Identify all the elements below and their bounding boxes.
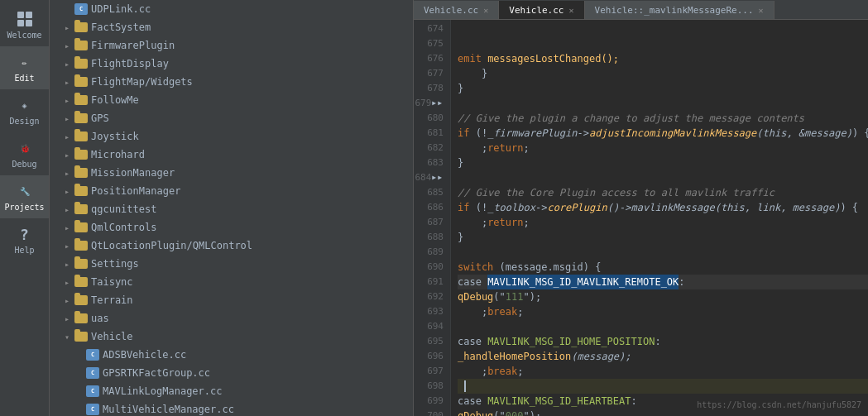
sidebar-label-edit: Edit bbox=[14, 74, 34, 83]
code-line-674[interactable]: emit messagesLostChanged(); bbox=[458, 51, 868, 66]
tree-item-vehicle[interactable]: ▾Vehicle bbox=[50, 328, 413, 346]
tree-item-gpsrtk[interactable]: CGPSRTKFactGroup.cc bbox=[50, 364, 413, 382]
line-num-696: 696 bbox=[414, 349, 444, 364]
folder-icon-joystick bbox=[74, 131, 88, 141]
edit-icon: ✏️ bbox=[16, 53, 34, 71]
line-num-682: 682 bbox=[414, 141, 444, 155]
code-line-688[interactable]: switch (message.msgid) { bbox=[458, 260, 868, 275]
tree-item-firmware[interactable]: ▸FirmwarePlugin bbox=[50, 36, 413, 55]
tree-item-joystick[interactable]: ▸Joystick bbox=[50, 127, 413, 146]
file-icon-multi: C bbox=[86, 404, 99, 415]
tree-item-mission[interactable]: ▸MissionManager bbox=[50, 164, 413, 182]
tree-label-position: PositionManager bbox=[91, 185, 413, 197]
tree-item-qt[interactable]: ▸QtLocationPlugin/QMLControl bbox=[50, 237, 413, 255]
code-line-687[interactable] bbox=[458, 245, 868, 260]
sidebar-item-debug[interactable]: 🐞 Debug bbox=[0, 132, 49, 175]
line-num-686: 686 bbox=[414, 200, 444, 215]
tree-item-fact[interactable]: ▸FactSystem bbox=[50, 18, 413, 36]
tree-arrow-qt: ▸ bbox=[61, 240, 73, 251]
tab-close-vehiclecc2[interactable]: ✕ bbox=[569, 6, 574, 15]
code-line-693[interactable]: case MAVLINK_MSG_ID_HOME_POSITION: bbox=[458, 334, 868, 349]
tree-arrow-mission: ▸ bbox=[61, 167, 73, 179]
tree-item-multi[interactable]: CMultiVehicleManager.cc bbox=[50, 400, 413, 416]
sidebar-item-welcome[interactable]: Welcome bbox=[0, 3, 49, 46]
tree-arrow-settings: ▸ bbox=[61, 258, 73, 270]
sidebar-item-projects[interactable]: 🔧 Projects bbox=[0, 175, 49, 218]
code-line-686[interactable]: } bbox=[458, 230, 868, 245]
projects-icon: 🔧 bbox=[16, 182, 34, 200]
tree-arrow-flightmap: ▸ bbox=[61, 76, 73, 88]
tree-item-qml[interactable]: ▸QmlControls bbox=[50, 218, 413, 237]
code-line-681[interactable]: } bbox=[458, 155, 868, 170]
line-num-688: 688 bbox=[414, 230, 444, 245]
line-num-681: 681 bbox=[414, 126, 444, 141]
sidebar-label-design: Design bbox=[9, 117, 39, 126]
code-line-690[interactable]: qDebug("111"); bbox=[458, 289, 868, 304]
code-line-697[interactable]: case MAVLINK_MSG_ID_HEARTBEAT: bbox=[458, 394, 868, 409]
folder-icon-firmware bbox=[74, 41, 88, 50]
line-num-699: 699 bbox=[414, 394, 444, 409]
code-line-676[interactable]: } bbox=[458, 81, 868, 96]
editor-tab-vehiclecc[interactable]: Vehicle.cc✕ bbox=[414, 1, 499, 19]
code-line-684[interactable]: if (!_toolbox->corePlugin()->mavlinkMess… bbox=[458, 200, 868, 215]
tree-item-qgc[interactable]: ▸qgcunittest bbox=[50, 200, 413, 218]
line-num-674: 674 bbox=[414, 22, 444, 36]
code-line-677[interactable] bbox=[458, 96, 868, 111]
code-line-678[interactable]: // Give the plugin a change to adjust th… bbox=[458, 111, 868, 126]
sidebar-item-edit[interactable]: ✏️ Edit bbox=[0, 46, 49, 89]
tree-label-qml: QmlControls bbox=[91, 222, 413, 233]
tree-item-microhard[interactable]: ▸Microhard bbox=[50, 146, 413, 164]
line-num-690: 690 bbox=[414, 260, 444, 275]
code-line-694[interactable]: _handleHomePosition(message); bbox=[458, 349, 868, 364]
tree-item-flight[interactable]: ▸FlightDisplay bbox=[50, 55, 413, 73]
folder-icon-microhard bbox=[74, 150, 88, 160]
code-line-680[interactable]: ;return; bbox=[458, 141, 868, 155]
tree-item-mavlink[interactable]: CMAVLinkLogManager.cc bbox=[50, 382, 413, 400]
code-line-696[interactable] bbox=[458, 379, 868, 394]
code-line-698[interactable]: qDebug("000"); bbox=[458, 409, 868, 416]
line-num-697: 697 bbox=[414, 364, 444, 379]
tree-item-udp[interactable]: CUDPLink.cc bbox=[50, 0, 413, 18]
sidebar-label-projects: Projects bbox=[4, 203, 44, 212]
tree-item-settings[interactable]: ▸Settings bbox=[50, 255, 413, 273]
line-num-695: 695 bbox=[414, 334, 444, 349]
file-icon-udp: C bbox=[74, 3, 88, 15]
folder-icon-terrain bbox=[74, 295, 88, 305]
line-numbers: 674675676677678679▶680681682683684▶68568… bbox=[414, 20, 451, 416]
code-line-692[interactable] bbox=[458, 319, 868, 334]
code-line-682[interactable] bbox=[458, 170, 868, 185]
folder-icon-qgc bbox=[74, 204, 88, 214]
tree-item-position[interactable]: ▸PositionManager bbox=[50, 182, 413, 200]
tree-label-multi: MultiVehicleManager.cc bbox=[103, 404, 413, 415]
tree-label-taisync: Taisync bbox=[91, 276, 413, 288]
code-lines[interactable]: emit messagesLostChanged(); }} // Give t… bbox=[451, 20, 868, 416]
code-line-679[interactable]: if (!_firmwarePlugin->adjustIncomingMavl… bbox=[458, 126, 868, 141]
tree-item-gps[interactable]: ▸GPS bbox=[50, 109, 413, 127]
code-line-685[interactable]: ;return; bbox=[458, 215, 868, 230]
line-num-691: 691 bbox=[414, 275, 444, 289]
sidebar-item-help[interactable]: ? Help bbox=[0, 218, 49, 261]
code-line-691[interactable]: ;break; bbox=[458, 304, 868, 319]
tree-item-terrain[interactable]: ▸Terrain bbox=[50, 291, 413, 309]
editor-tab-vehiclecc2[interactable]: Vehicle.cc✕ bbox=[499, 1, 584, 19]
tree-arrow-uas: ▸ bbox=[61, 313, 73, 324]
tree-item-flightmap[interactable]: ▸FlightMap/Widgets bbox=[50, 73, 413, 91]
folder-icon-flightmap bbox=[74, 77, 88, 87]
tree-arrow-qml: ▸ bbox=[61, 222, 73, 233]
tab-close-mavlinkmsg[interactable]: ✕ bbox=[759, 6, 764, 15]
tree-item-taisync[interactable]: ▸Taisync bbox=[50, 273, 413, 291]
tree-arrow-fact: ▸ bbox=[61, 22, 73, 33]
code-line-695[interactable]: ;break; bbox=[458, 364, 868, 379]
tree-arrow-followme: ▸ bbox=[61, 94, 73, 106]
tree-item-uas[interactable]: ▸uas bbox=[50, 309, 413, 328]
sidebar-item-design[interactable]: ◈ Design bbox=[0, 89, 49, 132]
tab-close-vehiclecc[interactable]: ✕ bbox=[483, 6, 488, 15]
code-line-675[interactable]: } bbox=[458, 66, 868, 81]
tree-item-followme[interactable]: ▸FollowMe bbox=[50, 91, 413, 109]
code-line-683[interactable]: // Give the Core Plugin access to all ma… bbox=[458, 185, 868, 200]
line-num-678: 678 bbox=[414, 81, 444, 96]
code-line-689[interactable]: case MAVLINK_MSG_ID_MAVLINK_REMOTE_OK: bbox=[458, 275, 868, 289]
help-icon: ? bbox=[16, 225, 34, 243]
tree-item-adsb[interactable]: CADSBVehicle.cc bbox=[50, 346, 413, 364]
editor-tab-mavlinkmsg[interactable]: Vehicle::_mavlinkMessageRe...✕ bbox=[585, 1, 774, 19]
